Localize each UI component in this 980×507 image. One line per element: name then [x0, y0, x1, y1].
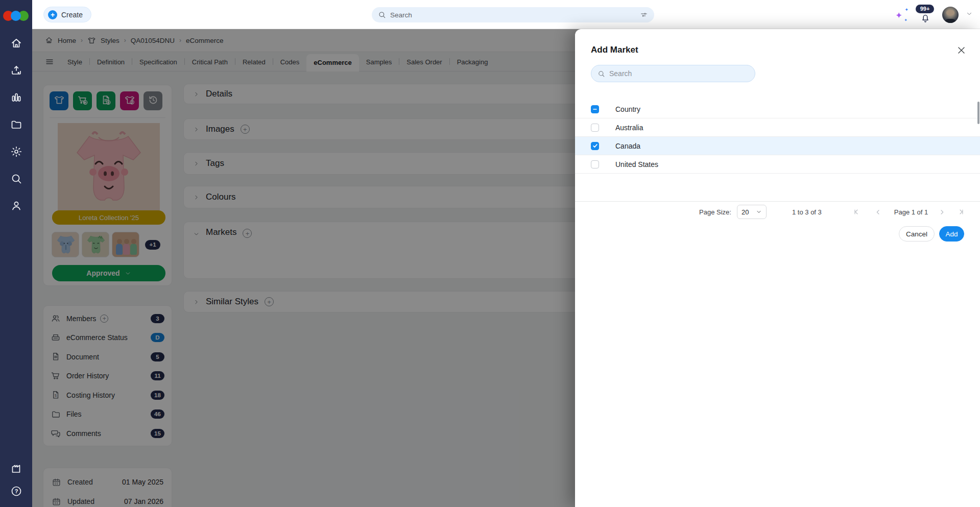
sidebar-item-settings[interactable]	[9, 145, 24, 160]
page-size-value: 20	[742, 208, 749, 216]
sidebar-item-home[interactable]	[9, 37, 24, 52]
topbar: + Create ✦✦✦ 99+	[32, 0, 980, 29]
previous-page-button[interactable]	[873, 202, 883, 222]
factory-icon	[10, 463, 22, 477]
notification-badge: 99+	[916, 5, 934, 13]
sidebar-nav-top	[0, 37, 32, 214]
gear-icon	[10, 146, 22, 160]
next-page-button[interactable]	[937, 202, 947, 222]
modal-search	[591, 65, 755, 82]
chevron-down-icon	[756, 209, 762, 215]
create-button-label: Create	[61, 11, 83, 19]
checkbox-unchecked[interactable]	[591, 124, 599, 132]
global-search	[372, 7, 654, 22]
pagination-page-text: Page 1 of 1	[889, 202, 933, 222]
search-icon	[597, 70, 605, 78]
create-button[interactable]: + Create	[43, 7, 91, 22]
scrollbar-thumb[interactable]	[977, 102, 979, 124]
profile-icon	[10, 200, 22, 214]
notifications-button[interactable]: 99+	[916, 5, 935, 25]
sidebar-item-search[interactable]	[9, 172, 24, 187]
filter-icon[interactable]	[640, 11, 648, 19]
help-icon: ?	[10, 485, 22, 499]
topbar-right: ✦✦✦ 99+	[895, 0, 973, 29]
search-icon	[378, 11, 386, 19]
user-avatar[interactable]	[942, 7, 959, 23]
modal-search-input[interactable]	[609, 69, 749, 78]
plus-icon: +	[48, 10, 57, 19]
close-button[interactable]	[955, 44, 967, 56]
modal-actions: Cancel Add	[899, 226, 964, 242]
checkbox-checked[interactable]	[591, 142, 599, 150]
chevron-down-icon[interactable]	[966, 10, 973, 19]
sidebar-item-profile[interactable]	[9, 199, 24, 214]
home-icon	[10, 37, 22, 52]
modal-title: Add Market	[591, 45, 638, 55]
global-search-input[interactable]	[390, 11, 636, 19]
pagination-range-text: 1 to 3 of 3	[792, 202, 822, 222]
first-page-button[interactable]	[851, 202, 862, 222]
market-row-label: United States	[615, 160, 658, 168]
app-logo[interactable]	[3, 10, 30, 21]
sidebar-item-folders[interactable]	[9, 118, 24, 133]
sidebar-nav-bottom: ?	[0, 462, 32, 500]
market-list: Country Australia Canada United States	[575, 100, 980, 174]
search-icon	[10, 173, 22, 187]
group-header-label: Country	[615, 105, 640, 113]
bell-icon	[920, 13, 930, 25]
last-page-button[interactable]	[956, 202, 966, 222]
select-all-checkbox-indeterminate[interactable]	[591, 105, 599, 113]
svg-text:?: ?	[14, 488, 18, 494]
app-window: ? + Create ✦✦✦ 99+ Home ›	[0, 0, 980, 507]
analytics-icon	[10, 91, 22, 106]
upload-icon	[10, 64, 22, 79]
cancel-button[interactable]: Cancel	[899, 226, 935, 242]
market-row-canada-selected[interactable]: Canada	[575, 137, 980, 155]
sidebar-item-upload[interactable]	[9, 64, 24, 79]
logo-blue-dot	[11, 11, 21, 21]
market-row-australia[interactable]: Australia	[575, 118, 980, 137]
sidebar-item-help[interactable]: ?	[9, 485, 24, 500]
add-button[interactable]: Add	[939, 226, 964, 242]
list-group-header-country[interactable]: Country	[575, 100, 980, 118]
page-size-label: Page Size:	[699, 202, 731, 222]
market-row-label: Canada	[615, 142, 640, 150]
page-size-select[interactable]: 20	[737, 205, 767, 219]
add-market-modal: Add Market Country Australia Canada	[575, 29, 980, 507]
pagination-bar: Page Size: 20 1 to 3 of 3 Page 1 of 1	[575, 201, 980, 222]
folder-icon	[10, 118, 22, 133]
sidebar: ?	[0, 0, 32, 507]
market-row-label: Australia	[615, 124, 643, 132]
close-icon	[957, 45, 966, 55]
sidebar-item-analytics[interactable]	[9, 91, 24, 106]
market-row-united-states[interactable]: United States	[575, 155, 980, 174]
checkbox-unchecked[interactable]	[591, 160, 599, 168]
sidebar-item-factory[interactable]	[9, 462, 24, 477]
ai-sparkle-icon[interactable]: ✦✦✦	[895, 8, 909, 21]
